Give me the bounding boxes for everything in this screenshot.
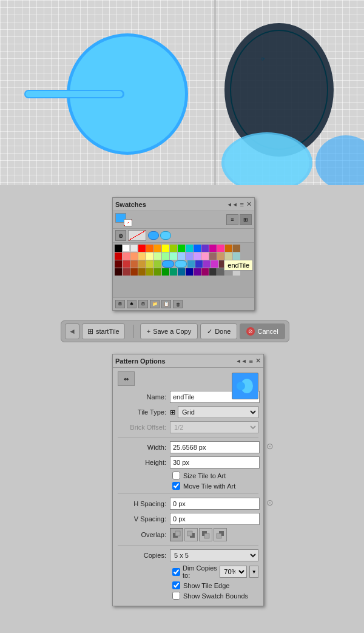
color-swatch[interactable] bbox=[178, 245, 185, 252]
color-swatch[interactable] bbox=[170, 245, 177, 252]
color-swatch[interactable] bbox=[115, 245, 122, 252]
pattern-collapse-icon[interactable]: ◄◄ bbox=[236, 358, 247, 364]
h-spacing-input[interactable] bbox=[170, 498, 260, 510]
color-swatch[interactable] bbox=[194, 268, 201, 276]
overlap-btn-1[interactable] bbox=[170, 528, 183, 541]
dim-copies-arrow[interactable]: ▼ bbox=[249, 566, 258, 578]
color-swatch[interactable] bbox=[209, 252, 217, 260]
save-copy-button[interactable]: + Save a Copy bbox=[140, 323, 198, 339]
color-swatch[interactable] bbox=[187, 260, 195, 268]
show-swatch-bounds-label[interactable]: Show Swatch Bounds bbox=[183, 592, 248, 600]
overlap-btn-2[interactable] bbox=[184, 528, 198, 541]
overlap-btn-3[interactable] bbox=[199, 528, 212, 541]
tile-type-select[interactable]: Grid Brick by Row Brick by Column Hex by… bbox=[178, 406, 258, 418]
size-tile-checkbox[interactable] bbox=[172, 472, 180, 479]
pattern-menu-icon[interactable]: ≡ bbox=[249, 357, 253, 365]
pill-swatch-1[interactable] bbox=[162, 260, 174, 268]
color-swatch[interactable] bbox=[233, 252, 240, 260]
color-swatch[interactable] bbox=[170, 268, 177, 276]
color-swatch[interactable] bbox=[138, 260, 146, 268]
color-swatch[interactable] bbox=[211, 260, 218, 268]
show-swatch-bounds-checkbox[interactable] bbox=[172, 592, 180, 600]
pill-swatch-2[interactable] bbox=[175, 260, 187, 268]
color-swatch[interactable] bbox=[115, 268, 122, 276]
color-swatch[interactable] bbox=[201, 268, 209, 276]
copies-select[interactable]: 5 x 5 3 x 3 7 x 7 bbox=[170, 549, 258, 561]
dim-copies-label[interactable]: Dim Copies to: bbox=[183, 564, 217, 579]
color-swatch[interactable] bbox=[233, 245, 240, 252]
color-swatch[interactable] bbox=[154, 268, 161, 276]
color-swatch[interactable] bbox=[130, 245, 138, 252]
color-swatch[interactable] bbox=[209, 245, 217, 252]
toolbar-back-btn[interactable]: ◄ bbox=[65, 323, 79, 339]
color-swatch[interactable] bbox=[138, 268, 146, 276]
color-swatch[interactable] bbox=[217, 245, 224, 252]
pattern-transform-icon[interactable]: ⇔ bbox=[118, 371, 135, 386]
move-tile-checkbox[interactable] bbox=[172, 482, 180, 490]
show-tile-edge-label[interactable]: Show Tile Edge bbox=[183, 582, 229, 589]
color-swatch[interactable] bbox=[138, 252, 146, 260]
color-swatch[interactable] bbox=[123, 252, 130, 260]
color-swatch[interactable] bbox=[154, 245, 161, 252]
swatch-color-selector[interactable] bbox=[115, 213, 132, 226]
move-tile-label[interactable]: Move Tile with Art bbox=[183, 482, 235, 490]
color-swatch[interactable] bbox=[146, 268, 153, 276]
swatch-none-selector[interactable] bbox=[128, 230, 146, 241]
color-swatch[interactable] bbox=[162, 268, 169, 276]
color-swatch[interactable] bbox=[195, 260, 203, 268]
overlap-btn-4[interactable] bbox=[214, 528, 227, 541]
color-swatch[interactable] bbox=[194, 245, 201, 252]
color-swatch[interactable] bbox=[154, 252, 161, 260]
h-spacing-link-icon[interactable]: ⊙ bbox=[266, 498, 274, 507]
dim-copies-checkbox[interactable] bbox=[172, 568, 180, 576]
swatch-icon-6[interactable]: 🗑 bbox=[173, 300, 183, 308]
color-swatch[interactable] bbox=[130, 268, 138, 276]
color-swatch[interactable] bbox=[201, 252, 209, 260]
color-swatch[interactable] bbox=[170, 252, 177, 260]
swatch-icon-5[interactable]: 📋 bbox=[161, 300, 171, 308]
v-spacing-input[interactable] bbox=[170, 513, 260, 525]
color-swatch[interactable] bbox=[123, 260, 130, 268]
color-swatch[interactable] bbox=[162, 252, 169, 260]
color-swatch[interactable] bbox=[123, 268, 130, 276]
color-swatch[interactable] bbox=[186, 245, 193, 252]
pattern-close-icon[interactable]: ✕ bbox=[255, 357, 261, 365]
show-tile-edge-checkbox[interactable] bbox=[172, 581, 180, 589]
swatches-collapse-icon[interactable]: ◄◄ bbox=[227, 201, 238, 208]
color-swatch[interactable] bbox=[186, 252, 193, 260]
color-swatch[interactable] bbox=[123, 245, 130, 252]
color-swatch[interactable] bbox=[201, 245, 209, 252]
color-swatch[interactable] bbox=[146, 245, 153, 252]
color-swatch[interactable] bbox=[225, 268, 232, 276]
swatches-menu-icon[interactable]: ≡ bbox=[240, 201, 244, 208]
color-swatch[interactable] bbox=[162, 245, 169, 252]
color-swatch[interactable] bbox=[225, 245, 232, 252]
color-swatch[interactable] bbox=[217, 252, 224, 260]
color-swatch[interactable] bbox=[219, 260, 226, 268]
cancel-button[interactable]: ⊘ Cancel bbox=[240, 323, 285, 339]
dimension-link[interactable]: ⊙ bbox=[266, 441, 274, 451]
brick-offset-select[interactable]: 1/2 1/3 1/4 bbox=[170, 421, 258, 433]
color-swatch[interactable] bbox=[225, 252, 232, 260]
swatch-icon-1[interactable]: ⊞ bbox=[115, 300, 125, 308]
color-swatch[interactable] bbox=[115, 252, 122, 260]
width-input[interactable] bbox=[170, 441, 260, 453]
color-swatch[interactable] bbox=[154, 260, 161, 268]
color-swatch[interactable] bbox=[194, 252, 201, 260]
color-swatch[interactable] bbox=[115, 260, 122, 268]
list-view-btn[interactable]: ≡ bbox=[226, 214, 238, 225]
color-swatch[interactable] bbox=[186, 268, 193, 276]
swatch-target-icon[interactable]: ⊕ bbox=[115, 230, 126, 241]
color-swatch[interactable] bbox=[146, 260, 153, 268]
dim-copies-select[interactable]: 70% 50% 80% bbox=[220, 566, 247, 578]
color-swatch[interactable] bbox=[203, 260, 211, 268]
height-input[interactable] bbox=[170, 456, 260, 469]
swatch-icon-4[interactable]: 📁 bbox=[150, 300, 160, 308]
color-swatch[interactable] bbox=[130, 252, 138, 260]
color-swatch[interactable] bbox=[209, 268, 217, 276]
swatch-icon-3[interactable]: ⊟ bbox=[138, 300, 148, 308]
size-tile-label[interactable]: Size Tile to Art bbox=[183, 472, 226, 479]
color-swatch[interactable] bbox=[233, 268, 240, 276]
color-swatch[interactable] bbox=[146, 252, 153, 260]
color-swatch[interactable] bbox=[178, 268, 185, 276]
